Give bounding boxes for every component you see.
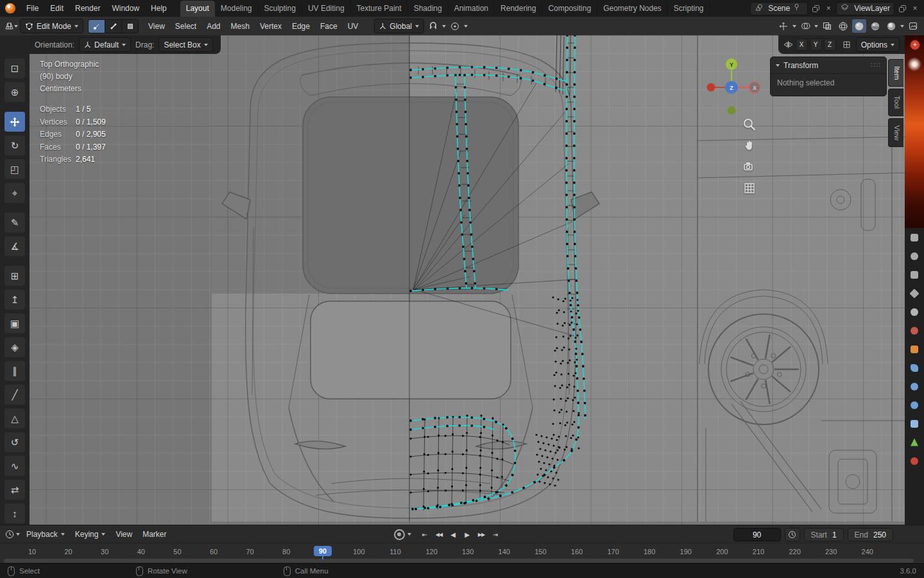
scene-copy-icon[interactable] [810,3,821,13]
properties-tab-modifiers[interactable] [905,358,924,377]
transport-play[interactable]: ▶ [461,528,474,541]
3d-viewport[interactable]: Orientation: Default Drag: Select Box XY… [30,35,905,525]
editor-type-button[interactable] [4,19,18,33]
proportional-edit-toggle[interactable] [448,19,462,33]
shading-chevron[interactable] [900,25,904,28]
tool-edge-slide[interactable]: ⇄ [4,480,25,500]
header-menu-edge[interactable]: Edge [287,17,315,35]
workspace-tab-shading[interactable]: Shading [408,1,449,17]
workspace-tab-texture-paint[interactable]: Texture Paint [351,1,408,17]
tool-loop-cut[interactable]: ∥ [4,361,25,381]
tool-move[interactable] [4,112,25,132]
transport-prev-keyframe[interactable]: ◀◀ [432,528,445,541]
transform-panel-header[interactable]: Transform ∷∷ [771,57,886,74]
transform-panel[interactable]: Transform ∷∷ Nothing selected [770,57,887,96]
timeline-editor-button[interactable] [5,527,20,541]
navigation-gizmo[interactable]: Y X Z [701,57,762,118]
properties-tab-tool[interactable] [905,228,924,247]
transport-play-reverse[interactable]: ◀ [447,528,459,541]
gizmo-x-negative[interactable] [707,83,715,92]
transport-jump-to-end[interactable]: ⇥ [489,528,502,541]
blender-logo-icon[interactable] [5,3,15,13]
tool-scale[interactable]: ◰ [4,159,25,179]
mirror-y-toggle[interactable]: Y [810,39,822,51]
tool-cursor[interactable]: ⊕ [4,82,25,102]
vertex-select-button[interactable] [89,20,105,33]
mirror-x-toggle[interactable]: X [796,39,808,51]
workspace-tab-compositing[interactable]: Compositing [542,1,597,17]
snap-grid-icon[interactable] [843,40,851,49]
workspace-tab-scripting[interactable]: Scripting [668,1,710,17]
camera-view-button[interactable] [742,160,757,174]
viewlayer-remove-icon[interactable]: × [910,3,920,13]
gizmo-chevron[interactable] [792,25,796,28]
timeline-menu-playback[interactable]: Playback [21,525,70,543]
header-menu-mesh[interactable]: Mesh [226,17,255,35]
header-menu-uv[interactable]: UV [343,17,364,35]
end-frame-field[interactable]: End250 [848,528,893,541]
properties-tab-world[interactable] [905,321,924,340]
properties-tab-physics[interactable] [905,396,924,414]
shading-wireframe-button[interactable] [836,19,850,33]
timeline-menu-marker[interactable]: Marker [137,525,171,543]
tool-select-box[interactable]: ⊡ [4,58,25,78]
sidebar-tab-view[interactable]: View [888,118,903,148]
properties-tab-output[interactable] [905,265,924,284]
sidebar-tab-item[interactable]: Item [888,59,903,87]
gizmo-y-negative[interactable] [728,107,736,115]
mirror-z-toggle[interactable]: Z [824,39,836,51]
tool-measure[interactable]: ∡ [4,236,25,256]
keyframe-chevron[interactable] [407,533,411,536]
current-frame-field[interactable]: 90 [733,528,781,541]
properties-editor-icon[interactable] [906,19,920,33]
menu-edit[interactable]: Edit [44,0,69,17]
preview-range-button[interactable] [785,528,800,541]
transport-next-keyframe[interactable]: ▶▶ [475,528,488,541]
auto-keyframe-button[interactable] [393,528,406,541]
timeline-menu-keying[interactable]: Keying [70,525,111,543]
properties-tab-constraints[interactable] [905,414,924,433]
header-menu-vertex[interactable]: Vertex [255,17,287,35]
options-dropdown[interactable]: Options [856,37,900,52]
scene-unlink-icon[interactable]: × [823,3,834,13]
orientation-default-dropdown[interactable]: Default [79,37,131,52]
properties-tab-render[interactable] [905,247,924,265]
menu-file[interactable]: File [21,0,44,17]
show-gizmo-toggle[interactable] [776,19,791,33]
tool-inset-faces[interactable]: ▣ [4,313,25,333]
menu-help[interactable]: Help [145,0,173,17]
header-menu-select[interactable]: Select [170,17,201,35]
timeline-scrollbar[interactable] [4,559,914,563]
tool-smooth[interactable]: ∿ [4,456,25,476]
tool-rotate[interactable]: ↻ [4,136,25,155]
tool-knife[interactable]: ╱ [4,385,25,405]
tool-add-cube[interactable]: ⊞ [4,266,25,286]
timeline-menu-view[interactable]: View [110,525,137,543]
header-menu-view[interactable]: View [143,17,170,35]
snap-chevron[interactable] [442,25,446,28]
properties-tab-scene[interactable] [905,302,924,321]
start-frame-field[interactable]: Start1 [804,528,844,541]
viewlayer-selector[interactable]: ViewLayer [836,2,894,15]
overlays-chevron[interactable] [814,25,818,28]
timeline-ruler[interactable]: 1020304050607080901001101201301401501601… [0,543,924,564]
zoom-button[interactable] [742,118,757,132]
snap-toggle[interactable] [426,19,440,33]
header-menu-face[interactable]: Face [315,17,343,35]
properties-tab-view-layer[interactable] [905,284,924,302]
shading-rendered-button[interactable] [884,19,898,33]
tool-transform[interactable]: ⌖ [4,183,25,203]
playhead-line[interactable] [322,556,323,559]
pan-hand-button[interactable] [742,139,757,153]
menu-render[interactable]: Render [69,0,106,17]
transform-orientation-dropdown[interactable]: Global [374,19,424,33]
workspace-tab-modeling[interactable]: Modeling [215,1,259,17]
tool-bevel[interactable]: ◈ [4,337,25,357]
workspace-tab-sculpting[interactable]: Sculpting [259,1,302,17]
drag-mode-dropdown[interactable]: Select Box [158,37,212,52]
mode-dropdown[interactable]: Edit Mode [20,19,83,33]
shading-material-button[interactable] [868,19,882,33]
tool-extrude-region[interactable]: ↥ [4,290,25,310]
workspace-tab-geometry-nodes[interactable]: Geometry Nodes [597,1,668,17]
viewlayer-copy-icon[interactable] [897,3,907,13]
